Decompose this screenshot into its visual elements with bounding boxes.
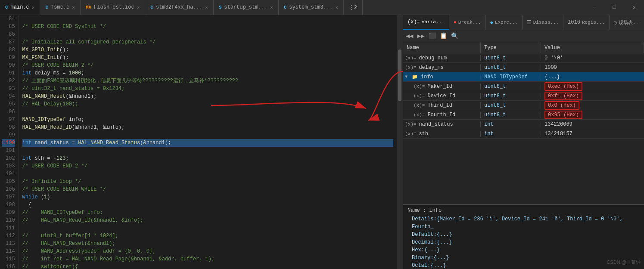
var-toolbar: ◀◀ ▶▶ ⬛ 📋 🔍 <box>403 30 644 42</box>
toolbar-btn-1[interactable]: ◀◀ <box>405 31 414 41</box>
code-line-110: // HAL_NAND_Read_ID(&hnand1, &info); <box>22 216 393 224</box>
code-line-99 <box>22 131 393 139</box>
line-numbers: 84858687888990919293949596979899⬡1001011… <box>0 15 19 269</box>
close-tab-flashtest[interactable]: ✕ <box>137 5 140 10</box>
code-line-116: // switch(ret){ <box>22 263 393 269</box>
line-num-105: 105 <box>2 178 15 186</box>
scroll-thumb[interactable] <box>398 49 401 101</box>
line-num-92: 92 <box>2 77 15 85</box>
var-header-type: Type <box>481 42 541 53</box>
rp-tab-variables[interactable]: (x)= Varia... <box>403 15 449 30</box>
var-row-delay_ms[interactable]: (x)=delay_ms uint8_t 1000 <box>403 63 644 72</box>
code-line-89: MX_FSMC_Init(); <box>22 54 393 62</box>
rp-tab-expressions[interactable]: ◆ Expre... <box>486 15 523 30</box>
code-line-100: int nand_status = HAL_NAND_Read_Status(&… <box>22 139 393 147</box>
code-line-106: /* USER CODE BEGIN WHILE */ <box>22 186 393 193</box>
rp-tab-livewatch[interactable]: ◎ 现场表... <box>610 15 644 30</box>
var-row-sth[interactable]: (x)=sth int 134218157 <box>403 129 644 139</box>
toolbar-btn-5[interactable]: 🔍 <box>450 31 459 41</box>
line-num-112: 112 <box>2 232 15 240</box>
line-num-99: 99 <box>2 131 15 139</box>
var-type-debug_num: uint8_t <box>481 55 541 61</box>
code-line-104 <box>22 170 393 178</box>
close-tab-fsmc-c[interactable]: ✕ <box>72 5 75 10</box>
var-type-maker_id: uint8_t <box>481 83 541 90</box>
rp-tab-breakpoints[interactable]: ● Break... <box>449 15 486 30</box>
close-tab-system[interactable]: ✕ <box>335 5 338 10</box>
var-type-third_id: uint8_t <box>481 102 541 108</box>
tab-label-fsmc-c: fsmc.c <box>51 4 69 10</box>
line-num-95: 95 <box>2 100 15 108</box>
var-row-fourth_id[interactable]: (x)=Fourth_Id uint8_t 0x95 (Hex) <box>403 110 644 120</box>
var-name-fourth_id: (x)=Fourth_Id <box>403 112 481 118</box>
tab-main-c[interactable]: C main.c ✕ <box>0 0 40 15</box>
var-value-debug_num: 0 '\0' <box>541 55 644 61</box>
line-num-100: ⬡100 <box>2 139 15 147</box>
var-row-device_id[interactable]: (x)=Device_Id uint8_t 0xf1 (Hex) <box>403 91 644 101</box>
var-row-debug_num[interactable]: (x)=debug_num uint8_t 0 '\0' <box>403 53 644 63</box>
var-row-info[interactable]: ▼📁info NAND_IDTypeDef {...} <box>403 72 644 82</box>
var-row-third_id[interactable]: (x)=Third_Id uint8_t 0x0 (Hex) <box>403 101 644 110</box>
close-tab-startup[interactable]: ✕ <box>270 5 273 10</box>
var-name-delay_ms: (x)=delay_ms <box>403 65 481 71</box>
tab-stm32f4xx[interactable]: C stm32f4xx_ha... ✕ <box>145 0 213 15</box>
var-value-fourth_id: 0x95 (Hex) <box>541 111 644 119</box>
code-line-98: HAL_NAND_Read_ID(&hnand1, &info); <box>22 124 393 131</box>
maximize-button[interactable]: □ <box>604 0 624 15</box>
var-name-device_id: (x)=Device_Id <box>403 93 481 99</box>
rp-tab-disassembly-label: Disass... <box>533 20 559 25</box>
var-header-value: Value <box>541 42 644 53</box>
var-name-maker_id: (x)=Maker_Id <box>403 83 481 90</box>
line-num-110: 110 <box>2 216 15 224</box>
detail-line: Hex:{...} <box>408 246 640 254</box>
tab-system-stm3[interactable]: C system_stm3... ✕ <box>279 0 344 15</box>
code-line-84 <box>22 15 393 23</box>
close-tab-stm32f4xx[interactable]: ✕ <box>205 5 208 10</box>
var-value-nand_status: 134226069 <box>541 121 644 127</box>
scrollbar[interactable] <box>397 15 403 269</box>
rp-tab-disassembly[interactable]: ☰ Disass... <box>523 15 563 30</box>
right-panel-tabs: (x)= Varia... ● Break... ◆ Expre... ☰ Di… <box>403 15 644 30</box>
code-scroll[interactable]: 84858687888990919293949596979899⬡1001011… <box>0 15 403 269</box>
code-line-91: int delay_ms = 1000; <box>22 69 393 77</box>
var-type-sth: int <box>481 131 541 137</box>
code-line-103: /* USER CODE END 2 */ <box>22 162 393 170</box>
line-num-87: 87 <box>2 38 15 46</box>
rp-tab-registers[interactable]: 1010 Regis... <box>563 15 610 30</box>
detail-line: Details:{Maker_Id = 236 'ì', Device_Id =… <box>408 215 640 231</box>
var-header-name: Name <box>403 42 481 53</box>
line-num-113: 113 <box>2 240 15 247</box>
tab-overflow[interactable]: ⋮2 <box>344 0 363 15</box>
toolbar-btn-3[interactable]: ⬛ <box>427 31 437 41</box>
var-type-device_id: uint8_t <box>481 93 541 99</box>
var-name-third_id: (x)=Third_Id <box>403 102 481 108</box>
code-line-87: /* Initialize all configured peripherals… <box>22 38 393 46</box>
line-num-86: 86 <box>2 31 15 38</box>
tab-icon-startup: S <box>219 5 222 10</box>
toolbar-btn-4[interactable]: 📋 <box>439 31 448 41</box>
expand-icon-info[interactable]: ▼ <box>405 74 410 79</box>
livewatch-icon: ◎ <box>614 19 617 26</box>
var-value-maker_id: 0xec (Hex) <box>541 82 644 91</box>
right-panel: (x)= Varia... ● Break... ◆ Expre... ☰ Di… <box>403 15 644 269</box>
code-line-109: // NAND_IDTypeDef info; <box>22 209 393 216</box>
value-maker_id: 0xec (Hex) <box>544 82 582 91</box>
code-content: /* USER CODE END SysInit */ /* Initializ… <box>19 15 397 269</box>
code-line-93: // uint32_t nand_status = 0x1234; <box>22 85 393 93</box>
close-button[interactable]: ✕ <box>624 0 644 15</box>
minimize-button[interactable]: ─ <box>585 0 604 15</box>
var-row-nand_status[interactable]: (x)=nand_status int 134226069 <box>403 120 644 129</box>
line-num-104: 104 <box>2 170 15 178</box>
line-num-98: 98 <box>2 124 15 131</box>
var-name-nand_status: (x)=nand_status <box>403 121 481 127</box>
tab-fsmc-c[interactable]: C fsmc.c ✕ <box>40 0 80 15</box>
tab-flashtest-ioc[interactable]: MX FlashTest.ioc ✕ <box>81 0 145 15</box>
close-tab-main-c[interactable]: ✕ <box>32 5 35 10</box>
code-line-107: while (1) <box>22 193 393 201</box>
toolbar-btn-2[interactable]: ▶▶ <box>416 31 426 41</box>
tab-startup-stm[interactable]: S startup_stm... ✕ <box>214 0 279 15</box>
var-name-sth: (x)=sth <box>403 131 481 137</box>
var-row-maker_id[interactable]: (x)=Maker_Id uint8_t 0xec (Hex) <box>403 82 644 91</box>
line-num-108: 108 <box>2 201 15 209</box>
code-line-111 <box>22 224 393 232</box>
